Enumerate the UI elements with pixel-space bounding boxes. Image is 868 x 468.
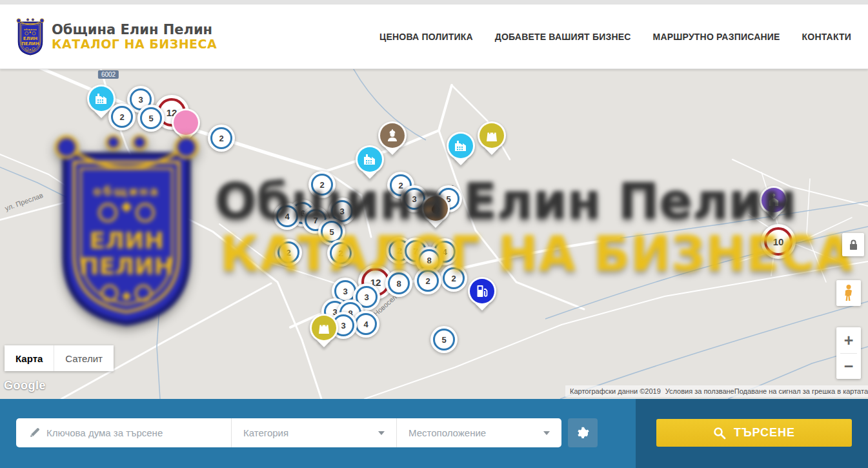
cluster-marker[interactable]: 5 — [430, 326, 458, 353]
worker-marker[interactable] — [378, 121, 407, 150]
cluster-marker[interactable]: 2 — [308, 171, 336, 198]
attribution-copyright: Картографски данни ©2019 — [565, 385, 665, 397]
cluster-marker[interactable]: 2 — [208, 125, 235, 152]
header: Община Елин Пелин КАТАЛОГ НА БИЗНЕСА ЦЕН… — [0, 5, 868, 69]
cluster-marker[interactable]: 2 — [275, 239, 302, 266]
nav-pricing-policy[interactable]: ЦЕНОВА ПОЛИТИКА — [379, 32, 473, 42]
map-type-control: Карта Сателит — [5, 345, 114, 371]
search-submit-button[interactable]: ТЪРСЕНЕ — [656, 419, 852, 447]
search-box: Категория Местоположение — [16, 418, 561, 447]
pegman-icon — [842, 284, 855, 302]
factory-marker[interactable] — [447, 132, 475, 160]
zoom-control: + − — [836, 327, 861, 379]
keyword-section — [16, 418, 231, 447]
nav-route-schedule[interactable]: МАРШРУТНО РАЗПИСАНИЕ — [653, 32, 780, 42]
advanced-settings-button[interactable] — [568, 418, 598, 447]
map-type-map-button[interactable]: Карта — [5, 345, 54, 371]
search-bar: Категория Местоположение ТЪРСЕНЕ — [0, 399, 868, 468]
street-view-pegman-button[interactable] — [836, 280, 861, 306]
category-select-value: Категория — [243, 427, 288, 438]
gear-icon — [576, 426, 590, 440]
chevron-down-icon — [543, 431, 550, 435]
location-select-value: Местоположение — [409, 427, 486, 438]
location-select[interactable]: Местоположение — [396, 418, 561, 447]
bag-marker[interactable] — [310, 314, 338, 342]
cluster-marker[interactable]: 2 — [327, 239, 354, 267]
lock-icon — [849, 239, 858, 250]
pencil-icon — [29, 427, 40, 438]
cluster-marker[interactable]: 2 — [414, 267, 441, 294]
bag-marker[interactable] — [478, 121, 506, 150]
cluster-marker[interactable]: 2 — [108, 103, 136, 130]
map-attribution: Картографски данни ©2019 Условия за полз… — [565, 385, 868, 397]
site-logo[interactable]: Община Елин Пелин КАТАЛОГ НА БИЗНЕСА — [15, 18, 217, 56]
search-icon — [713, 427, 726, 440]
lock-button[interactable] — [842, 233, 864, 256]
keyword-search-input[interactable] — [46, 427, 231, 438]
main-nav: ЦЕНОВА ПОЛИТИКА ДОБАВЕТЕ ВАШИЯТ БИЗНЕС М… — [379, 32, 851, 42]
zoom-out-button[interactable]: − — [836, 354, 861, 379]
attribution-report-error-link[interactable]: Подаване на сигнал за грешка в картата — [734, 387, 868, 395]
municipality-crest-icon — [15, 18, 45, 56]
zoom-in-button[interactable]: + — [836, 328, 861, 353]
cluster-marker[interactable]: 2 — [440, 265, 467, 292]
site-subtitle: КАТАЛОГ НА БИЗНЕСА — [52, 37, 217, 52]
cluster-marker[interactable]: 10 — [761, 224, 796, 259]
search-submit-label: ТЪРСЕНЕ — [734, 426, 795, 440]
page-top-strip — [0, 0, 868, 5]
cluster-marker[interactable]: 4 — [274, 203, 301, 230]
fuel-marker[interactable] — [468, 277, 496, 305]
map-canvas[interactable]: 32512222356437522274812822333834510ул. П… — [0, 69, 868, 399]
cluster-marker[interactable]: 5 — [137, 105, 165, 132]
road-number-badge: 6002 — [98, 70, 119, 79]
site-title: Община Елин Пелин — [52, 22, 217, 37]
nav-add-your-business[interactable]: ДОБАВЕТЕ ВАШИЯТ БИЗНЕС — [495, 32, 631, 42]
pink-circle-marker[interactable] — [172, 108, 200, 137]
nav-contacts[interactable]: КОНТАКТИ — [802, 32, 851, 42]
cluster-marker[interactable]: 8 — [385, 270, 412, 297]
map-type-satellite-button[interactable]: Сателит — [54, 345, 114, 371]
attribution-terms-link[interactable]: Условия за ползване — [665, 387, 734, 395]
flame-marker[interactable] — [421, 194, 450, 223]
factory-marker[interactable] — [356, 145, 384, 174]
chevron-down-icon — [378, 431, 385, 435]
church-marker[interactable] — [760, 186, 788, 214]
category-select[interactable]: Категория — [231, 418, 396, 447]
google-logo[interactable]: Google — [4, 379, 46, 392]
